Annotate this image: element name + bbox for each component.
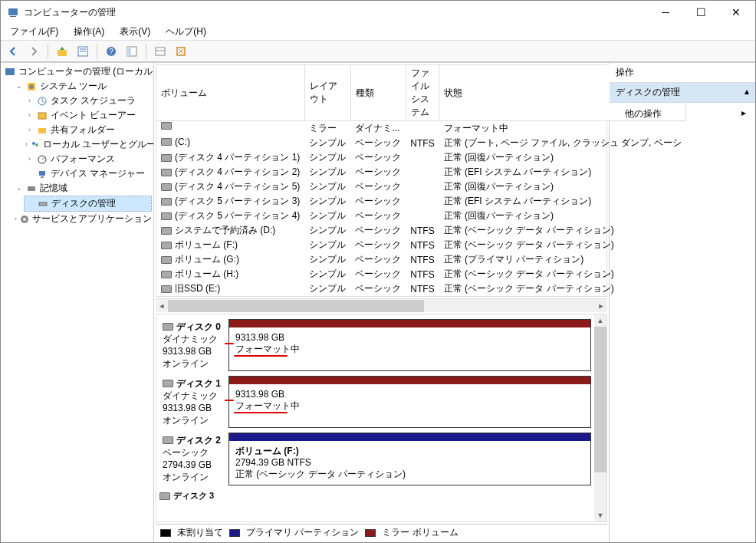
svg-rect-25 — [39, 202, 47, 206]
svg-rect-23 — [41, 176, 44, 178]
properties-button[interactable] — [74, 43, 92, 60]
disk-info[interactable]: ディスク 1ダイナミック9313.98 GBオンライン — [159, 376, 228, 428]
maximize-button[interactable]: ☐ — [683, 1, 718, 24]
disk-icon — [163, 323, 173, 331]
back-button[interactable] — [4, 43, 22, 60]
window-title: コンピューターの管理 — [24, 6, 648, 19]
toolbar-btn-6[interactable] — [151, 43, 169, 60]
svg-rect-18 — [38, 128, 46, 133]
volume-list: ボリュームレイアウト種類ファイル システム状態 ミラーダイナミ...フォーマット… — [156, 64, 607, 297]
menubar: ファイル(F) 操作(A) 表示(V) ヘルプ(H) — [1, 24, 755, 41]
disk-info[interactable]: ディスク 0ダイナミック9313.98 GBオンライン — [159, 319, 228, 371]
disk-info[interactable]: ディスク 2ベーシック2794.39 GBオンライン — [159, 433, 228, 485]
forward-button[interactable] — [25, 43, 43, 60]
volume-icon — [161, 271, 172, 278]
legend-mirror-swatch — [365, 529, 376, 537]
center-pane: ボリュームレイアウト種類ファイル システム状態 ミラーダイナミ...フォーマット… — [154, 63, 610, 542]
disk-icon — [163, 436, 173, 444]
volume-row[interactable]: ボリューム (F:)シンプルベーシックNTFS正常 (ベーシック データ パーテ… — [156, 238, 686, 252]
actions-more[interactable]: 他の操作 ▸ — [610, 103, 755, 125]
volume-header-0[interactable]: ボリューム — [156, 65, 304, 121]
disk-partition[interactable]: 9313.98 GBフォーマット中 — [228, 376, 591, 428]
menu-help[interactable]: ヘルプ(H) — [159, 24, 212, 40]
volume-row[interactable]: ミラーダイナミ...フォーマット中 — [156, 121, 686, 137]
volume-row[interactable]: 旧SSD (E:)シンプルベーシックNTFS正常 (ベーシック データ パーティ… — [156, 281, 686, 296]
actions-header: 操作 — [610, 63, 755, 83]
legend-primary-swatch — [229, 529, 240, 537]
main-area: コンピューターの管理 (ローカル) ⌄ システム ツール ›タスク ス — [1, 62, 755, 542]
tree-shared-folders[interactable]: ›共有フォルダー — [24, 123, 152, 137]
help-button[interactable]: ? — [102, 43, 120, 60]
tree-storage[interactable]: ⌄ 記憶域 — [13, 181, 152, 196]
tree-disk-management[interactable]: ディスクの管理 — [24, 196, 152, 212]
tree-device-manager[interactable]: デバイス マネージャー — [24, 166, 152, 181]
volume-row[interactable]: (ディスク 4 パーティション 1)シンプルベーシック正常 (回復パーティション… — [156, 150, 686, 165]
svg-rect-2 — [58, 50, 67, 56]
app-icon — [7, 6, 19, 18]
volume-row[interactable]: (ディスク 4 パーティション 2)シンプルベーシック正常 (EFI システム … — [156, 165, 686, 179]
collapse-icon: ▴ — [744, 86, 749, 99]
svg-rect-9 — [127, 47, 131, 56]
legend-unalloc-label: 未割り当て — [177, 526, 223, 539]
svg-rect-0 — [8, 8, 18, 15]
menu-file[interactable]: ファイル(F) — [4, 24, 64, 40]
volume-header-1[interactable]: レイアウト — [304, 65, 350, 121]
svg-text:?: ? — [109, 48, 113, 56]
volume-icon — [161, 256, 172, 264]
titlebar: コンピューターの管理 ─ ☐ ✕ — [1, 1, 755, 24]
volume-row[interactable]: ボリューム (G:)シンプルベーシックNTFS正常 (プライマリ パーティション… — [156, 252, 686, 267]
close-button[interactable]: ✕ — [718, 1, 754, 24]
toolbar-btn-5[interactable] — [123, 43, 141, 60]
tree-task-scheduler[interactable]: ›タスク スケジューラ — [24, 94, 152, 108]
tree-event-viewer[interactable]: ›イベント ビューアー — [24, 108, 152, 123]
volume-hscroll[interactable]: ◄► — [156, 298, 607, 312]
volume-icon — [161, 212, 172, 220]
disk-partition[interactable]: ボリューム (F:)2794.39 GB NTFS正常 (ベーシック データ パ… — [228, 433, 591, 485]
legend-unalloc-swatch — [160, 529, 171, 537]
partition-details: ボリューム (F:)2794.39 GB NTFS正常 (ベーシック データ パ… — [229, 441, 590, 485]
menu-action[interactable]: 操作(A) — [67, 24, 110, 40]
volume-row[interactable]: (ディスク 4 パーティション 5)シンプルベーシック正常 (回復パーティション… — [156, 179, 686, 194]
disk-row: ディスク 2ベーシック2794.39 GBオンラインボリューム (F:)2794… — [159, 433, 591, 485]
volume-row[interactable]: (ディスク 5 パーティション 3)シンプルベーシック正常 (EFI システム … — [156, 194, 686, 209]
volume-row[interactable]: ボリューム (H:)シンプルベーシックNTFS正常 (ベーシック データ パーテ… — [156, 267, 686, 281]
partition-stripe — [229, 320, 590, 327]
volume-icon — [161, 138, 172, 146]
chevron-right-icon: ▸ — [741, 107, 746, 120]
volume-header-3[interactable]: ファイル システム — [406, 65, 439, 121]
volume-icon — [161, 198, 172, 206]
tree-local-users[interactable]: ›ローカル ユーザーとグループ — [24, 137, 152, 152]
partition-stripe — [229, 433, 590, 441]
svg-rect-13 — [5, 68, 15, 75]
volume-icon — [161, 227, 172, 235]
refresh-button[interactable] — [172, 43, 190, 60]
toolbar: ? — [1, 41, 755, 62]
disk-row-partial: ディスク 3 — [159, 490, 603, 502]
disk-graphical-view: ディスク 0ダイナミック9313.98 GBオンライン9313.98 GBフォー… — [156, 314, 607, 522]
disk-row: ディスク 0ダイナミック9313.98 GBオンライン9313.98 GBフォー… — [159, 319, 591, 371]
disk-partition[interactable]: 9313.98 GBフォーマット中 — [228, 319, 591, 371]
tree-pane: コンピューターの管理 (ローカル) ⌄ システム ツール ›タスク ス — [1, 63, 154, 542]
actions-section[interactable]: ディスクの管理 ▴ — [610, 83, 755, 103]
volume-icon — [161, 285, 172, 293]
volume-row[interactable]: (C:)シンプルベーシックNTFS正常 (ブート, ページ ファイル, クラッシ… — [156, 136, 686, 150]
actions-pane: 操作 ディスクの管理 ▴ 他の操作 ▸ — [610, 63, 755, 542]
tree-services-apps[interactable]: › サービスとアプリケーション — [13, 212, 152, 226]
volume-header-2[interactable]: 種類 — [350, 65, 406, 121]
volume-row[interactable]: システムで予約済み (D:)シンプルベーシックNTFS正常 (ベーシック データ… — [156, 223, 686, 238]
tree-systools[interactable]: ⌄ システム ツール — [13, 79, 152, 94]
svg-rect-10 — [156, 48, 165, 55]
minimize-button[interactable]: ─ — [648, 1, 683, 24]
tree-performance[interactable]: ›パフォーマンス — [24, 152, 152, 166]
up-button[interactable] — [53, 43, 71, 60]
svg-rect-22 — [39, 171, 45, 176]
svg-point-27 — [23, 218, 26, 221]
disk-vscroll[interactable]: ▲▼ — [594, 314, 606, 522]
svg-point-19 — [32, 142, 35, 145]
tree-root[interactable]: コンピューターの管理 (ローカル) — [2, 64, 152, 79]
volume-icon — [161, 242, 172, 249]
disk-icon — [159, 492, 170, 500]
svg-rect-1 — [10, 16, 16, 17]
menu-view[interactable]: 表示(V) — [113, 24, 156, 40]
volume-row[interactable]: (ディスク 5 パーティション 4)シンプルベーシック正常 (回復パーティション… — [156, 209, 686, 223]
